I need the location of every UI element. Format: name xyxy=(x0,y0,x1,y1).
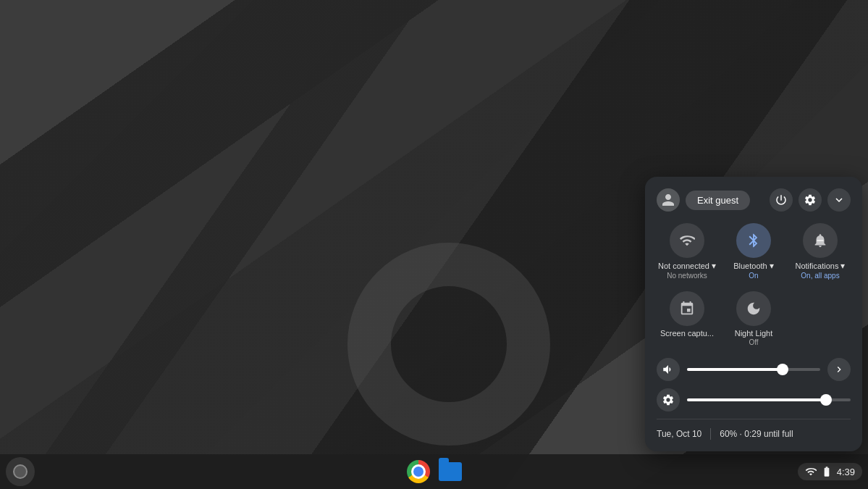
notifications-sublabel: On, all apps xyxy=(796,272,846,280)
chevron-right-icon xyxy=(833,364,845,375)
qs-bottom: Tue, Oct 10 60% · 0:29 until full xyxy=(657,419,851,440)
files-app-icon[interactable] xyxy=(436,457,465,486)
audio-next-button[interactable] xyxy=(827,358,851,381)
wifi-label: Not connected ▾ No networks xyxy=(658,261,716,279)
qs-toggles-row2: Screen captu... Night Light Off xyxy=(657,291,851,346)
date-display: Tue, Oct 10 xyxy=(657,429,701,439)
notifications-chevron: ▾ xyxy=(840,261,845,271)
taskbar: 4:39 xyxy=(0,454,868,489)
volume-icon xyxy=(662,363,675,376)
gear-icon xyxy=(804,193,817,206)
brightness-icon-button[interactable] xyxy=(657,388,680,411)
volume-slider-row xyxy=(657,358,851,381)
notifications-toggle[interactable]: Notifications ▾ On, all apps xyxy=(790,223,851,279)
power-button[interactable] xyxy=(770,188,793,212)
qs-header-left: Exit guest xyxy=(657,188,750,212)
tray-battery-icon xyxy=(821,466,833,477)
tray-wifi-icon xyxy=(805,466,817,477)
taskbar-center xyxy=(404,457,465,486)
brightness-icon xyxy=(662,393,675,406)
avatar xyxy=(657,188,680,212)
screen-capture-info: Screen captu... xyxy=(660,329,714,338)
qs-header-right xyxy=(770,188,851,212)
exit-guest-button[interactable]: Exit guest xyxy=(686,191,750,210)
chevron-down-icon xyxy=(833,193,846,206)
wifi-toggle[interactable]: Not connected ▾ No networks xyxy=(657,223,717,279)
brightness-slider-fill xyxy=(687,398,826,401)
bottom-divider xyxy=(710,428,711,440)
svg-rect-0 xyxy=(817,241,823,242)
night-light-info: Night Light Off xyxy=(735,329,773,346)
bluetooth-icon xyxy=(746,233,762,248)
wifi-icon xyxy=(679,233,695,248)
launcher-button[interactable] xyxy=(6,457,35,486)
qs-toggles-row1: Not connected ▾ No networks Bluetooth ▾ … xyxy=(657,223,851,279)
bluetooth-info: Bluetooth ▾ On xyxy=(733,261,774,279)
volume-icon-button[interactable] xyxy=(657,358,680,381)
bluetooth-toggle[interactable]: Bluetooth ▾ On xyxy=(723,223,784,279)
night-light-icon xyxy=(746,301,762,317)
chrome-app-icon[interactable] xyxy=(404,457,433,486)
launcher-icon xyxy=(13,464,28,479)
brightness-slider-row xyxy=(657,388,851,411)
system-tray[interactable]: 4:39 xyxy=(798,463,862,480)
bluetooth-toggle-icon xyxy=(736,223,771,258)
notifications-icon xyxy=(812,233,828,248)
bluetooth-sublabel: On xyxy=(733,272,774,280)
screen-capture-toggle-icon xyxy=(670,291,704,326)
screen-capture-toggle[interactable]: Screen captu... xyxy=(657,291,717,346)
bluetooth-chevron: ▾ xyxy=(770,261,774,271)
volume-slider-fill xyxy=(687,368,783,371)
circle-decoration xyxy=(347,243,550,446)
person-icon xyxy=(661,193,675,207)
volume-slider-thumb[interactable] xyxy=(777,364,788,375)
volume-slider[interactable] xyxy=(687,368,820,371)
files-icon xyxy=(439,462,462,481)
taskbar-left xyxy=(0,457,35,486)
notifications-toggle-icon xyxy=(803,223,838,258)
wifi-sublabel: No networks xyxy=(658,272,716,280)
wifi-chevron: ▾ xyxy=(712,261,716,271)
battery-status: 60% · 0:29 until full xyxy=(720,429,793,439)
collapse-button[interactable] xyxy=(827,188,851,212)
settings-button[interactable] xyxy=(799,188,822,212)
screen-capture-icon xyxy=(679,301,695,317)
wifi-toggle-icon xyxy=(670,223,704,258)
night-light-toggle[interactable]: Night Light Off xyxy=(723,291,784,346)
notifications-info: Notifications ▾ On, all apps xyxy=(796,261,846,279)
night-light-toggle-icon xyxy=(736,291,771,326)
chrome-icon xyxy=(407,460,430,483)
brightness-slider-thumb[interactable] xyxy=(820,394,832,406)
quick-settings-panel: Exit guest xyxy=(645,177,862,451)
brightness-slider[interactable] xyxy=(687,398,851,401)
night-light-sublabel: Off xyxy=(735,338,773,346)
taskbar-right: 4:39 xyxy=(798,463,868,480)
qs-header: Exit guest xyxy=(657,188,851,212)
tray-time: 4:39 xyxy=(837,467,855,477)
power-icon xyxy=(775,193,788,206)
